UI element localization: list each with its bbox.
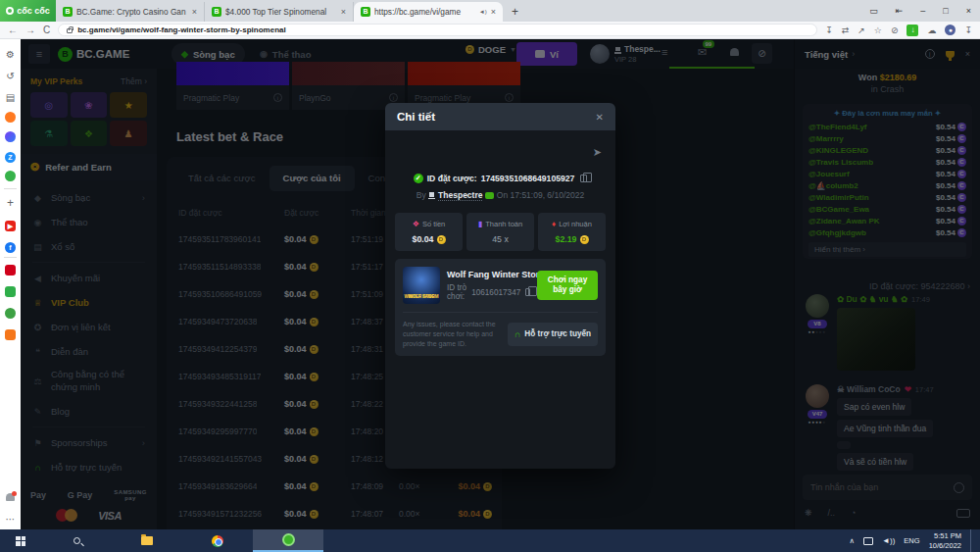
coccoc-taskbar-icon[interactable] [253, 529, 323, 552]
add-shortcut-icon[interactable]: + [0, 196, 21, 210]
stat-profit: ♦Lợi nhuận $2.19D [538, 213, 606, 251]
share-icon[interactable]: ↗ [858, 25, 865, 35]
cart-icon[interactable] [0, 329, 21, 342]
messenger-icon[interactable] [0, 131, 21, 144]
page-url: bc.game/vi/game/wolf-fang-winter-storm-b… [77, 25, 285, 34]
play-now-button[interactable]: Chơi ngay bây giờ [537, 271, 598, 300]
stat-payout: ▮Thanh toán 45 x [466, 213, 534, 251]
window-maximize-button[interactable]: □ [934, 0, 956, 22]
close-tab-icon[interactable]: × [491, 7, 496, 17]
browser-tab-1[interactable]: BBC.Game: Crypto Casino Gan× [56, 2, 205, 22]
support-note: Any issues, please contact the customer … [403, 320, 502, 348]
medal-icon: ♦ [552, 220, 556, 228]
forward-icon[interactable]: → [25, 25, 35, 35]
game-title: Wolf Fang Winter Storm [447, 270, 530, 279]
modal-title: Chi tiết [397, 111, 435, 123]
doge-coin-icon: D [437, 235, 446, 244]
bet-stats: ❖Số tiền $0.04D ▮Thanh toán 45 x ♦Lợi nh… [395, 213, 606, 251]
taskbar-search-icon[interactable] [41, 529, 112, 552]
browser-side-rail: ⚙ ↺ ▤ Z + ▶ f ⋯ [0, 39, 21, 529]
verified-shield-icon: ✓ [414, 174, 423, 183]
downloads-tray-icon[interactable]: ↧ [964, 25, 972, 35]
start-button[interactable] [0, 529, 41, 552]
file-explorer-icon[interactable] [112, 529, 182, 552]
translate-icon[interactable]: ⇄ [842, 25, 850, 35]
lock-icon[interactable] [67, 28, 73, 33]
save-page-icon[interactable]: ↧ [825, 25, 833, 35]
browser-profile-icon[interactable]: ● [945, 25, 956, 35]
share-arrow-icon[interactable]: ➤ [593, 146, 602, 159]
window-close-button[interactable]: × [957, 0, 980, 22]
bookmark-star-icon[interactable]: ☆ [874, 25, 882, 35]
top-hat-icon [428, 192, 435, 199]
clock[interactable]: 5:51 PM 10/6/2022 [929, 531, 961, 551]
history-icon[interactable]: ↺ [0, 71, 21, 81]
idm-download-icon[interactable]: ↓ [906, 25, 918, 36]
browser-tab-2[interactable]: B$4.000 Top Tier Spinomenal× [205, 2, 354, 22]
rail-divider [4, 257, 17, 258]
gift-icon[interactable] [0, 286, 21, 299]
close-icon[interactable]: ✕ [596, 112, 604, 123]
bcgame-favicon: B [63, 7, 73, 17]
game-thumbnail[interactable]: WOLF FANGWINTER STORM [403, 267, 440, 304]
notifications-bell-icon[interactable] [0, 492, 21, 503]
stat-profit-value: $2.19 [555, 234, 576, 244]
shopee-icon[interactable] [0, 265, 21, 277]
games-icon[interactable] [0, 171, 21, 183]
game-box: WOLF FANGWINTER STORM Wolf Fang Winter S… [395, 259, 606, 356]
tab-restore-icon[interactable]: ⇤ [887, 0, 912, 22]
rail-more-icon[interactable]: ⋯ [0, 514, 21, 525]
zalo-icon[interactable]: Z [0, 151, 21, 163]
newsfeed-icon[interactable]: ▤ [0, 92, 21, 103]
browser-tab-3-active[interactable]: Bhttps://bc.game/vi/game◄)× [354, 2, 503, 22]
volume-icon[interactable]: ◄)) [882, 536, 895, 545]
windows-taskbar: ∧ ◄)) ENG 5:51 PM 10/6/2022 [0, 529, 980, 552]
browser-address-bar: ← → C bc.game/vi/game/wolf-fang-winter-s… [0, 22, 980, 39]
player-link[interactable]: Thespectre [438, 190, 482, 201]
date: 10/6/2022 [929, 541, 961, 551]
bet-id-label: ID đặt cược: [427, 174, 477, 183]
hidden-icons-chevron[interactable]: ∧ [850, 536, 856, 545]
youtube-icon[interactable]: ▶ [0, 220, 21, 231]
close-tab-icon[interactable]: × [341, 7, 346, 17]
settings-gear-icon[interactable]: ⚙ [0, 49, 21, 60]
rail-divider [4, 188, 17, 189]
game-id-value: 10616017347 [471, 288, 520, 297]
time: 5:51 PM [929, 531, 961, 541]
stat-amount-value: $0.04 [412, 234, 433, 244]
bcgame-favicon: B [361, 7, 370, 17]
chrome-icon[interactable] [182, 529, 253, 552]
new-tab-button[interactable]: + [503, 2, 527, 22]
browser-tab-bar: cốc cốc BBC.Game: Crypto Casino Gan× B$4… [0, 0, 980, 22]
promo-hat-icon[interactable] [0, 308, 21, 321]
url-field[interactable]: bc.game/vi/game/wolf-fang-winter-storm-b… [58, 24, 817, 36]
live-support-button[interactable]: ∩Hỗ trợ trực tuyến [508, 323, 598, 346]
back-icon[interactable]: ← [8, 25, 18, 35]
headset-icon: ∩ [514, 329, 521, 339]
doge-coin-icon: D [580, 235, 589, 244]
stat-payout-value: 45 x [492, 234, 509, 244]
croc-badge-icon [485, 192, 494, 199]
stat-amount: ❖Số tiền $0.04D [395, 213, 463, 251]
card-icon: ▮ [478, 220, 482, 228]
adblock-shield-icon[interactable]: ⊘ [891, 25, 899, 35]
show-desktop-button[interactable] [970, 529, 974, 552]
facebook-icon[interactable]: f [0, 241, 21, 253]
sync-cloud-icon[interactable]: ☁ [927, 25, 936, 35]
reload-icon[interactable]: C [43, 25, 50, 35]
language-indicator[interactable]: ENG [904, 536, 919, 545]
copy-icon[interactable] [580, 175, 587, 182]
tab-audio-icon[interactable]: ◄) [479, 9, 487, 15]
network-icon[interactable] [863, 537, 873, 545]
bet-id-value: 17459351068649105927 [481, 174, 575, 183]
coccoc-logo[interactable]: cốc cốc [0, 0, 56, 22]
bcgame-page: ≡ BBC.GAME My VIP Perks Thêm › ◎ ❀ ★ ⚗ ❖… [21, 39, 980, 529]
bet-datetime: 17:51:09, 6/10/2022 [511, 190, 585, 200]
cast-icon[interactable]: ▭ [860, 0, 887, 22]
close-tab-icon[interactable]: × [192, 7, 197, 17]
bet-details-modal: Chi tiết ✕ ➤ ✓ ID đặt cược: 174593510686… [385, 103, 615, 469]
bcgame-favicon: B [212, 7, 221, 17]
window-minimize-button[interactable]: – [911, 0, 934, 22]
hot-trending-icon[interactable] [0, 112, 21, 125]
copy-icon[interactable] [525, 288, 530, 296]
